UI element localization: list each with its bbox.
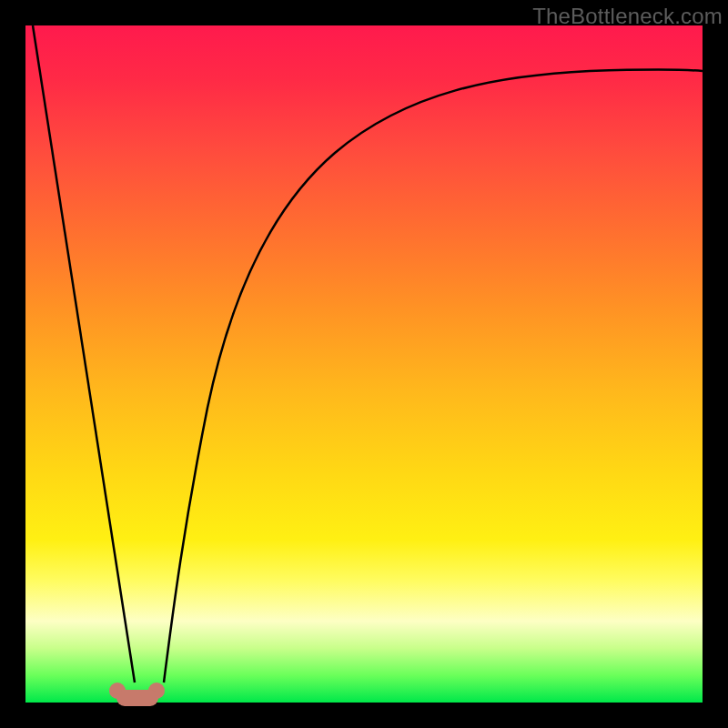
min-marker-bar [116,690,158,706]
right-rising-curve [164,70,703,683]
chart-curves [25,25,703,703]
left-falling-line [33,25,135,682]
